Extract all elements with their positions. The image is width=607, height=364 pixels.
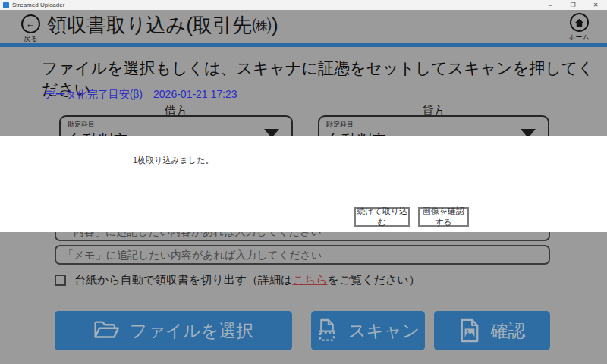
auto-crop-option: 台紙から自動で領収書を切り出す（詳細はこちらをご覧ください） (55, 273, 420, 287)
close-icon[interactable]: ✕ (584, 0, 607, 10)
data-eta-link[interactable]: データ化完了目安(β) 2026-01-21 17:23 (44, 88, 237, 102)
back-arrow-icon: ← (21, 14, 40, 33)
home-button-label: ホーム (565, 33, 593, 42)
home-button[interactable]: ホーム (565, 13, 593, 42)
header-divider (0, 43, 607, 47)
confirm-button[interactable]: 確認 (434, 311, 550, 350)
auto-crop-checkbox[interactable] (55, 275, 66, 286)
confirm-label: 確認 (491, 319, 526, 343)
details-link[interactable]: こちら (292, 273, 327, 286)
scan-button[interactable]: スキャン (311, 311, 425, 350)
scanner-icon (316, 318, 338, 343)
back-button[interactable]: ← 戻る (18, 14, 42, 44)
memo-note-input[interactable] (55, 245, 550, 265)
scan-label: スキャン (348, 319, 420, 343)
view-images-button[interactable]: 画像を確認する (418, 207, 469, 227)
credit-account-label: 勘定科目 (326, 120, 548, 130)
debit-account-label: 勘定科目 (68, 120, 291, 130)
auto-crop-label: 台紙から自動で領収書を切り出す（詳細はこちらをご覧ください） (74, 273, 420, 287)
continue-import-button[interactable]: 続けて取り込む (354, 207, 410, 227)
minimize-icon[interactable]: – (539, 0, 561, 10)
import-result-message: 1枚取り込みました。 (133, 155, 213, 166)
image-document-icon (459, 318, 480, 343)
select-file-label: ファイルを選択 (130, 319, 254, 343)
select-file-button[interactable]: ファイルを選択 (55, 311, 292, 350)
app-icon (3, 2, 9, 8)
back-button-label: 戻る (18, 34, 42, 44)
window-title: Streamed Uploader (12, 2, 64, 8)
maximize-icon[interactable]: ❐ (561, 0, 584, 10)
import-result-dialog: 1枚取り込みました。 続けて取り込む 画像を確認する (0, 136, 607, 232)
window-titlebar: Streamed Uploader – ❐ ✕ (0, 0, 607, 10)
folder-open-icon (93, 320, 119, 341)
page-title: 領収書取り込み(取引先㈱) (47, 12, 278, 39)
home-icon (570, 13, 589, 32)
